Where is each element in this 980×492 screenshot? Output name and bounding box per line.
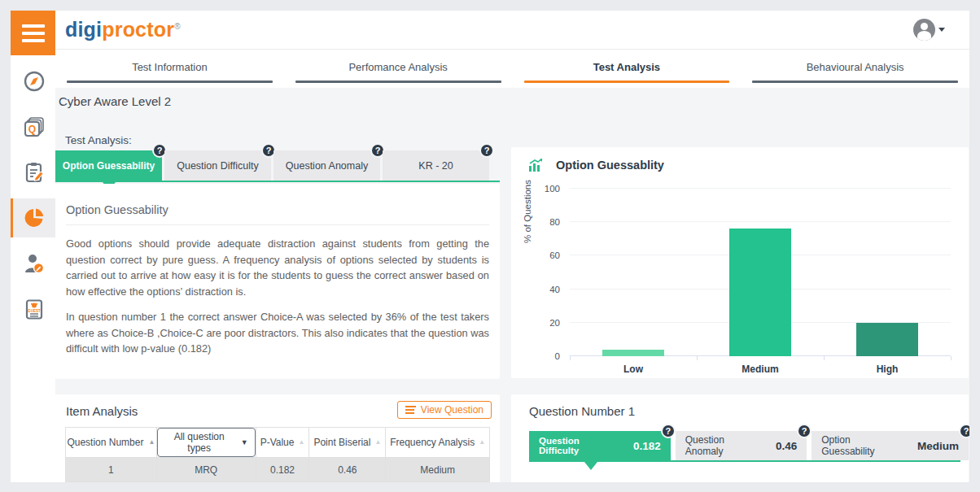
guest-card-icon: GUEST [23, 298, 46, 320]
pie-chart-icon [23, 207, 46, 229]
axis-tick [824, 356, 825, 360]
chart-bar [602, 350, 664, 356]
y-axis-label: % of Questions [523, 180, 532, 243]
sidebar-item-compass[interactable] [11, 62, 55, 101]
svg-text:Q: Q [28, 124, 36, 135]
table-header-row: Question Number▲ All question types▼ P-V… [66, 428, 490, 458]
help-icon[interactable]: ? [661, 424, 676, 438]
question-detail-panel: Question Number 1 Question Difficulty 0.… [511, 394, 969, 482]
col-question-number[interactable]: Question Number▲ [66, 428, 157, 458]
help-icon[interactable]: ? [959, 424, 969, 438]
question-detail-title: Question Number 1 [529, 404, 635, 418]
view-question-button[interactable]: View Question [397, 401, 492, 419]
sidebar-item-analytics[interactable] [11, 198, 55, 237]
sort-icon: ▲ [298, 438, 304, 446]
bar-chart-icon [529, 159, 543, 172]
category-label-medium: Medium [697, 364, 824, 375]
chart-bar [729, 229, 791, 356]
category-labels: Low Medium High [570, 364, 951, 375]
question-bank-icon: Q [23, 115, 46, 138]
tab-question-anomaly[interactable]: Question Anomaly ? [273, 150, 380, 181]
report-nav-tabs: Test Information Perfomance Analysis Tes… [55, 50, 969, 88]
tab-question-difficulty[interactable]: Question Difficulty ? [164, 150, 271, 181]
app-header: digiproctor® [55, 11, 969, 50]
tab-test-analysis[interactable]: Test Analysis [513, 50, 742, 88]
question-type-dropdown[interactable]: All question types▼ [157, 428, 256, 457]
question-metric-tabs: Question Difficulty 0.182 ? Question Ano… [529, 431, 969, 460]
y-tick-label: 60 [549, 250, 560, 260]
sidebar-item-guest[interactable]: GUEST [11, 290, 55, 329]
option-guessability-chart-panel: Option Guessablity % of Questions Low Me… [511, 147, 969, 378]
chevron-down-icon: ▼ [241, 438, 248, 446]
user-edit-icon [23, 252, 46, 275]
category-label-high: High [824, 364, 951, 375]
sidebar-item-clipboard[interactable] [11, 153, 55, 192]
axis-tick [570, 356, 571, 360]
table-row[interactable]: 1 MRQ 0.182 0.46 Medium [66, 458, 490, 482]
item-analysis-table: Question Number▲ All question types▼ P-V… [65, 427, 490, 482]
item-analysis-title: Item Analysis [66, 404, 138, 418]
hamburger-menu-button[interactable] [11, 11, 55, 55]
sort-asc-icon[interactable]: ▲ [148, 438, 155, 446]
y-tick-label: 20 [549, 318, 560, 328]
list-icon [405, 406, 416, 414]
analysis-metric-tabs: Option Guessability ? Question Difficult… [55, 150, 500, 181]
chart-plot: Low Medium High 020406080100 [570, 189, 951, 356]
category-label-low: Low [570, 364, 697, 375]
app-logo: digiproctor® [65, 18, 181, 41]
user-avatar-icon [913, 19, 935, 41]
y-tick-label: 0 [555, 351, 560, 361]
y-tick-label: 100 [545, 184, 560, 194]
active-tab-underline [55, 181, 500, 182]
sort-icon: ▲ [374, 438, 381, 446]
sidebar-item-question-bank[interactable]: Q [11, 107, 55, 146]
clipboard-edit-icon [23, 161, 46, 184]
svg-text:GUEST: GUEST [28, 309, 41, 313]
tab-option-guessability[interactable]: Option Guessability ? [55, 150, 162, 181]
tab-question-difficulty-value[interactable]: Question Difficulty 0.182 ? [529, 431, 671, 460]
tab-test-information[interactable]: Test Information [55, 50, 284, 88]
axis-tick [951, 356, 952, 360]
active-tab-pointer [584, 462, 597, 470]
tab-behavioural-analysis[interactable]: Behavioural Analysis [741, 50, 969, 88]
tab-performance-analysis[interactable]: Perfomance Analysis [284, 50, 513, 88]
panel-heading: Option Guessability [66, 203, 168, 216]
tab-question-anomaly-value[interactable]: Question Anomaly 0.46 ? [676, 431, 807, 460]
y-tick-label: 80 [549, 217, 560, 227]
tab-option-guessability-value[interactable]: Option Guessability Medium ? [812, 431, 969, 460]
page-title: Cyber Aware Level 2 [59, 94, 171, 108]
sidebar: Q GUEST [11, 55, 55, 482]
sidebar-item-user[interactable] [11, 244, 55, 283]
compass-pen-icon [23, 70, 46, 93]
chart-bar [856, 323, 918, 356]
col-point-biserial[interactable]: Point Biserial▲ [309, 428, 386, 458]
tab-kr-20[interactable]: KR - 20 ? [383, 150, 489, 181]
chevron-down-icon [938, 28, 945, 32]
test-analysis-label: Test Analysis: [65, 134, 132, 146]
col-p-value[interactable]: P-Value▲ [256, 428, 309, 458]
chart-title: Option Guessablity [556, 159, 664, 172]
option-guessability-panel: Option Guessability Good options should … [55, 184, 500, 379]
sort-icon: ▲ [479, 438, 485, 446]
panel-description: Good options should provide adequate dis… [66, 236, 489, 357]
col-question-type: All question types▼ [156, 428, 256, 458]
user-menu[interactable] [913, 19, 945, 41]
menu-icon [22, 24, 45, 28]
col-frequency-analysis[interactable]: Frequency Analysis▲ [386, 428, 490, 458]
axis-tick [697, 356, 698, 360]
table-row[interactable]: 2 MCQ 0.273 0.35 High [66, 482, 490, 483]
main-content: Cyber Aware Level 2 Test Analysis: Optio… [55, 88, 969, 482]
item-analysis-panel: Item Analysis View Question Question Num… [55, 394, 500, 482]
y-tick-label: 40 [549, 285, 560, 294]
help-icon[interactable]: ? [797, 424, 812, 438]
help-icon[interactable]: ? [479, 143, 494, 158]
bars-row [570, 189, 951, 356]
